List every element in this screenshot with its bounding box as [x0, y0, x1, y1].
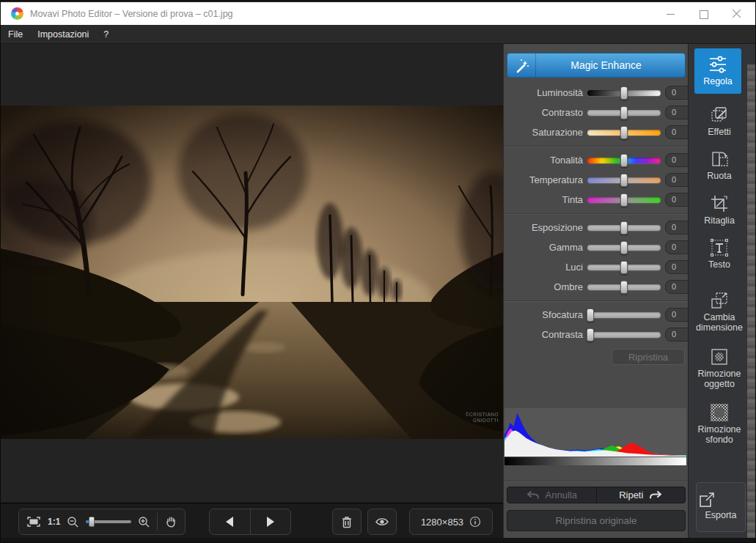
photo-nav-group	[209, 509, 291, 535]
slider-row-luminosita: Luminosità 0	[504, 83, 686, 103]
contrasto-slider-handle[interactable]	[620, 106, 628, 119]
tool-regola[interactable]: Regola	[694, 48, 741, 94]
contrasta-slider[interactable]	[587, 332, 661, 338]
tool-regola-label: Regola	[694, 77, 741, 87]
tool-cambia-dimensione[interactable]: Cambia dimensione	[690, 290, 749, 333]
tinta-slider-handle[interactable]	[620, 193, 628, 207]
restore-original-button[interactable]: Ripristina originale	[507, 510, 686, 531]
previous-photo-button[interactable]	[210, 509, 250, 534]
window-controls	[666, 9, 755, 19]
undo-button[interactable]: Annulla	[507, 487, 596, 503]
title-bar: Movavi Photo Editor – Versione di prova …	[1, 1, 755, 25]
panel-divider	[504, 481, 689, 482]
movavi-logo-icon	[11, 7, 23, 20]
zoom-out-icon[interactable]	[67, 516, 79, 528]
slider-row-tinta: Tinta 0	[504, 190, 686, 210]
object-removal-icon	[690, 347, 749, 367]
minimize-icon[interactable]	[666, 9, 676, 19]
luci-slider[interactable]	[587, 265, 661, 270]
redo-button[interactable]: Ripeti	[597, 487, 686, 503]
tool-rimozione-sfondo-label: Rimozione	[690, 425, 749, 435]
show-original-button[interactable]	[367, 509, 397, 535]
tool-effetti[interactable]: Effetti	[690, 105, 749, 138]
tool-ritaglia-label: Ritaglia	[690, 216, 749, 226]
export-button[interactable]: Esporta	[696, 482, 746, 532]
tonalita-slider-handle[interactable]	[620, 154, 628, 167]
tool-rimozione-oggetto[interactable]: Rimozione oggetto	[690, 347, 749, 389]
next-photo-button[interactable]	[251, 509, 291, 534]
menu-bar: File Impostazioni ?	[1, 25, 755, 44]
menu-impostazioni[interactable]: Impostazioni	[30, 25, 96, 43]
temperatura-slider[interactable]	[587, 177, 661, 183]
tool-ruota[interactable]: Ruota	[690, 149, 749, 182]
effects-icon	[690, 105, 749, 125]
zoom-slider[interactable]	[86, 520, 131, 523]
tool-ritaglia[interactable]: Ritaglia	[690, 193, 749, 226]
temperatura-slider-handle[interactable]	[620, 174, 628, 187]
gamma-slider[interactable]	[587, 245, 661, 251]
saturazione-slider[interactable]	[587, 130, 661, 136]
gamma-slider-handle[interactable]	[620, 241, 628, 254]
reset-sliders-button[interactable]: Ripristina	[612, 349, 685, 365]
actual-size-button[interactable]: 1:1	[48, 517, 60, 527]
gamma-label: Gamma	[504, 242, 583, 253]
redo-arrow-icon	[649, 490, 662, 500]
contrasta-slider-handle[interactable]	[587, 328, 594, 341]
histogram-panel	[504, 408, 686, 465]
panel-divider	[504, 300, 689, 302]
export-label: Esporta	[697, 510, 745, 520]
contrasto-label: Contrasto	[504, 107, 583, 118]
maximize-icon[interactable]	[699, 9, 709, 19]
ombre-label: Ombre	[504, 281, 583, 292]
magic-enhance-button[interactable]: Magic Enhance	[507, 53, 686, 78]
hand-tool-icon[interactable]	[164, 515, 177, 528]
luci-slider-handle[interactable]	[620, 261, 628, 274]
tinta-slider[interactable]	[587, 197, 661, 203]
temperatura-label: Temperatura	[504, 174, 583, 185]
slider-row-ombre: Ombre 0	[504, 277, 686, 297]
delete-photo-button[interactable]	[332, 509, 362, 535]
luminosita-slider[interactable]	[587, 90, 661, 96]
slider-row-tonalita: Tonalità 0	[504, 150, 686, 170]
zoom-slider-handle[interactable]	[89, 517, 95, 527]
esposizione-slider[interactable]	[587, 225, 661, 231]
trash-icon	[340, 515, 353, 529]
menu-help[interactable]: ?	[96, 25, 116, 43]
adjust-sliders-icon	[694, 54, 741, 75]
esposizione-slider-handle[interactable]	[620, 221, 628, 234]
magic-wand-icon	[507, 53, 536, 77]
tool-rimozione-sfondo[interactable]: Rimozione sfondo	[690, 402, 749, 445]
slider-row-sfocatura: Sfocatura 0	[504, 305, 686, 325]
desktop-edge-strip	[747, 64, 756, 543]
close-icon[interactable]	[732, 9, 742, 19]
contrasto-slider[interactable]	[587, 110, 661, 116]
sfocatura-slider[interactable]	[587, 312, 661, 318]
tonalita-slider[interactable]	[587, 158, 661, 163]
app-window: Movavi Photo Editor – Versione di prova …	[0, 0, 756, 543]
ombre-slider-handle[interactable]	[620, 281, 628, 294]
panel-divider	[504, 213, 689, 215]
histogram-gradient-bar	[504, 457, 686, 465]
tool-testo[interactable]: Testo	[690, 237, 749, 270]
window-title: Movavi Photo Editor – Versione di prova …	[30, 9, 233, 19]
tool-rimozione-sfondo-label2: sfondo	[690, 435, 749, 446]
saturazione-slider-handle[interactable]	[620, 126, 628, 139]
slider-row-contrasto: Contrasto 0	[504, 103, 686, 122]
text-icon	[690, 237, 749, 258]
luminosita-slider-handle[interactable]	[620, 86, 628, 100]
tool-rimozione-oggetto-label2: oggetto	[690, 380, 749, 390]
tool-ruota-label: Ruota	[690, 171, 749, 182]
image-size-button[interactable]: 1280×853	[409, 509, 493, 535]
ombre-slider[interactable]	[587, 284, 661, 290]
tool-effetti-label: Effetti	[690, 128, 749, 138]
sfocatura-slider-handle[interactable]	[587, 309, 594, 322]
tools-sidebar: Regola Effetti Ruota	[688, 44, 756, 543]
tool-testo-label: Testo	[690, 260, 749, 270]
sfocatura-label: Sfocatura	[504, 309, 583, 320]
menu-file[interactable]: File	[1, 25, 30, 43]
zoom-in-icon[interactable]	[138, 516, 150, 528]
slider-row-gamma: Gamma 0	[504, 237, 686, 257]
fit-to-screen-icon[interactable]	[26, 516, 41, 528]
next-icon	[267, 517, 274, 527]
slider-row-luci: Luci 0	[504, 257, 686, 277]
